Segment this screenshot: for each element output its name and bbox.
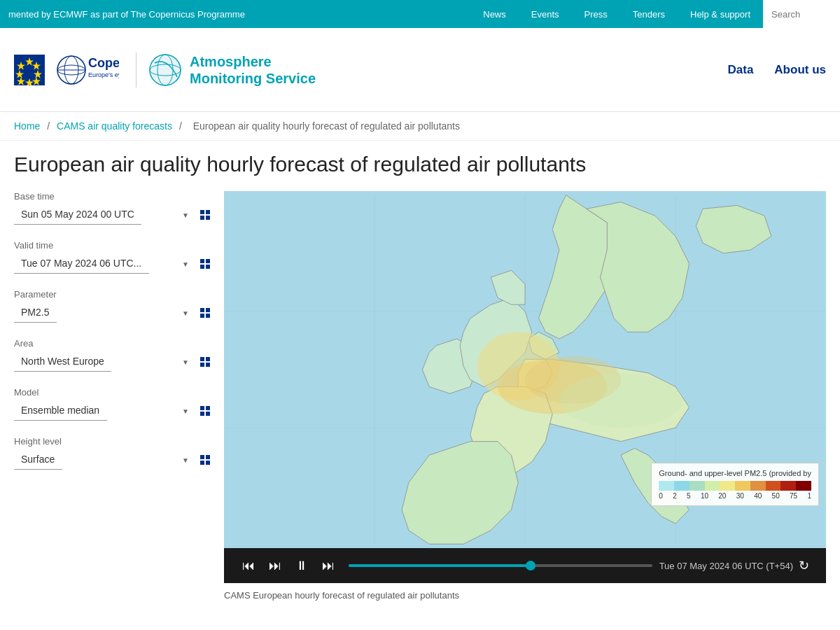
valid-time-select[interactable]: Tue 07 May 2024 06 UTC... (14, 253, 149, 274)
logo-area: Copernicus Europe's eyes on Earth Atmosp… (14, 52, 316, 88)
valid-time-label: Valid time (14, 240, 210, 251)
model-select[interactable]: Ensemble median (14, 400, 107, 421)
main-content: Base time Sun 05 May 2024 00 UTC Valid t… (0, 184, 840, 615)
breadcrumb-sep1: / (47, 120, 52, 132)
ams-line1: Atmosphere (190, 53, 316, 70)
model-label: Model (14, 387, 210, 398)
parameter-label: Parameter (14, 289, 210, 300)
svg-text:Copernicus: Copernicus (88, 56, 119, 70)
nav-help[interactable]: Help & support (678, 0, 763, 28)
model-control: Model Ensemble median (14, 387, 210, 421)
ams-line2: Monitoring Service (190, 70, 316, 87)
nav-tenders[interactable]: Tenders (620, 0, 678, 28)
valid-time-grid-icon[interactable] (200, 259, 210, 269)
nav-about-us[interactable]: About us (774, 60, 826, 80)
height-select-wrapper: Surface (14, 449, 193, 470)
model-grid-icon[interactable] (200, 406, 210, 416)
parameter-row: PM2.5 (14, 302, 210, 323)
copernicus-logo: Copernicus Europe's eyes on Earth (56, 55, 119, 85)
previous-frame-button[interactable]: ⏭︎ (262, 559, 288, 573)
breadcrumb: Home / CAMS air quality forecasts / Euro… (0, 112, 840, 141)
top-navigation-bar: mented by ECMWF as part of The Copernicu… (0, 0, 840, 28)
base-time-select[interactable]: Sun 05 May 2024 00 UTC (14, 204, 141, 225)
map-display[interactable]: Ground- and upper-level PM2.5 (provided … (224, 191, 826, 548)
base-time-label: Base time (14, 191, 210, 202)
area-grid-icon[interactable] (200, 357, 210, 367)
copernicus-globe-icon: Copernicus Europe's eyes on Earth (56, 55, 119, 85)
parameter-select-wrapper: PM2.5 (14, 302, 193, 323)
breadcrumb-cams[interactable]: CAMS air quality forecasts (57, 120, 172, 132)
height-label: Height level (14, 436, 210, 447)
top-nav-links: News Events Press Tenders Help & support (470, 0, 840, 28)
playback-controls: ⏮ ⏭︎ ⏸ ⏭ Tue 07 May 2024 06 UTC (T+54) ↻ (224, 548, 826, 583)
page-title: European air quality hourly forecast of … (0, 141, 840, 184)
eu-flag-icon (14, 55, 45, 85)
progress-thumb (526, 561, 536, 570)
breadcrumb-home[interactable]: Home (14, 120, 40, 132)
legend-color-bar (659, 481, 811, 491)
parameter-control: Parameter PM2.5 (14, 289, 210, 323)
legend-labels: 0251020304050751 (659, 492, 811, 500)
valid-time-row: Tue 07 May 2024 06 UTC... (14, 253, 210, 274)
controls-sidebar: Base time Sun 05 May 2024 00 UTC Valid t… (14, 191, 210, 601)
area-control: Area North West Europe (14, 338, 210, 372)
area-label: Area (14, 338, 210, 349)
model-select-wrapper: Ensemble median (14, 400, 193, 421)
breadcrumb-sep2: / (179, 120, 185, 132)
valid-time-select-wrapper: Tue 07 May 2024 06 UTC... (14, 253, 193, 274)
height-row: Surface (14, 449, 210, 470)
ecmwf-credit: mented by ECMWF as part of The Copernicu… (8, 9, 245, 20)
base-time-control: Base time Sun 05 May 2024 00 UTC (14, 191, 210, 225)
progress-track[interactable] (349, 564, 652, 567)
valid-time-control: Valid time Tue 07 May 2024 06 UTC... (14, 240, 210, 274)
base-time-row: Sun 05 May 2024 00 UTC (14, 204, 210, 225)
svg-point-15 (150, 55, 181, 85)
area-row: North West Europe (14, 351, 210, 372)
ams-name: Atmosphere Monitoring Service (190, 53, 316, 87)
playback-timestamp: Tue 07 May 2024 06 UTC (T+54) (659, 561, 793, 571)
search-input[interactable] (763, 0, 840, 28)
model-row: Ensemble median (14, 400, 210, 421)
svg-point-27 (559, 373, 682, 428)
progress-fill (349, 564, 531, 567)
nav-data[interactable]: Data (727, 60, 753, 80)
play-pause-button[interactable]: ⏸ (288, 559, 315, 573)
breadcrumb-current: European air quality hourly forecast of … (193, 120, 460, 132)
base-time-grid-icon[interactable] (200, 210, 210, 220)
nav-press[interactable]: Press (572, 0, 620, 28)
nav-news[interactable]: News (470, 0, 519, 28)
area-select[interactable]: North West Europe (14, 351, 111, 372)
ams-logo: Atmosphere Monitoring Service (136, 52, 316, 88)
parameter-grid-icon[interactable] (200, 308, 210, 318)
height-select[interactable]: Surface (14, 449, 62, 470)
reload-button[interactable]: ↻ (793, 558, 815, 573)
ams-globe-icon (148, 52, 183, 88)
main-nav: Data About us (727, 60, 826, 80)
svg-text:Europe's eyes on Earth: Europe's eyes on Earth (88, 71, 119, 78)
skip-to-start-button[interactable]: ⏮ (235, 559, 262, 573)
map-caption: CAMS European hourly forecast of regulat… (224, 590, 826, 601)
next-frame-button[interactable]: ⏭ (315, 559, 342, 573)
site-header: Copernicus Europe's eyes on Earth Atmosp… (0, 28, 840, 112)
area-select-wrapper: North West Europe (14, 351, 193, 372)
playback-progress-area (342, 564, 659, 567)
map-container: Ground- and upper-level PM2.5 (provided … (224, 191, 826, 601)
nav-events[interactable]: Events (519, 0, 572, 28)
legend-title: Ground- and upper-level PM2.5 (provided … (659, 469, 811, 477)
height-grid-icon[interactable] (200, 455, 210, 465)
height-control: Height level Surface (14, 436, 210, 470)
base-time-select-wrapper: Sun 05 May 2024 00 UTC (14, 204, 193, 225)
map-legend: Ground- and upper-level PM2.5 (provided … (651, 463, 819, 506)
parameter-select[interactable]: PM2.5 (14, 302, 57, 323)
